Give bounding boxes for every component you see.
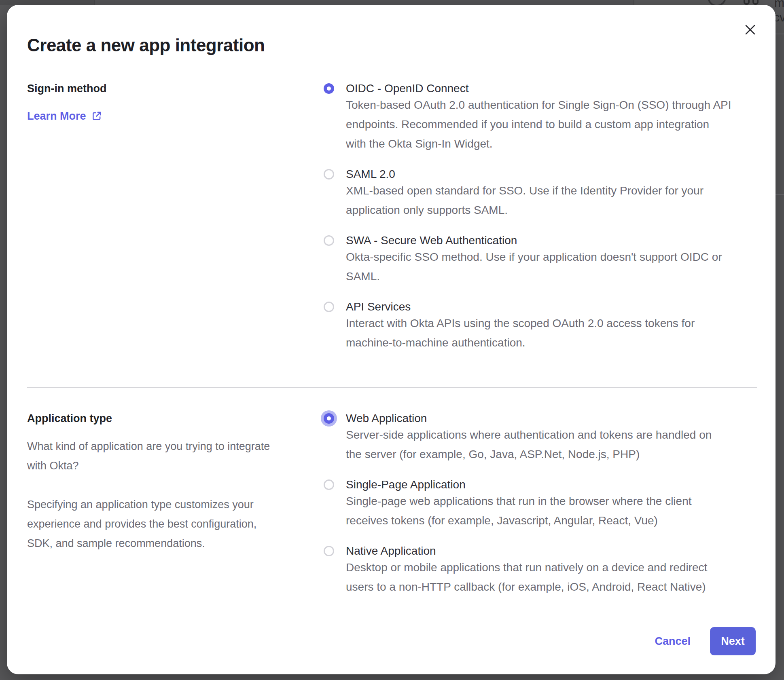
next-button[interactable]: Next: [710, 627, 756, 655]
learn-more-label: Learn More: [27, 109, 86, 123]
learn-more-link[interactable]: Learn More: [27, 109, 102, 123]
dialog-title: Create a new app integration: [27, 35, 265, 56]
cancel-button[interactable]: Cancel: [655, 635, 691, 648]
radio-circle-swa[interactable]: [324, 235, 334, 246]
radio-label: Single-Page Application: [346, 478, 775, 492]
radio-circle-saml[interactable]: [324, 169, 334, 180]
background-topbar-segment: [94, 0, 634, 5]
radio-label: Native Application: [346, 544, 775, 558]
application-type-explanation: Specifying an application type customize…: [27, 495, 326, 553]
radio-label: SWA - Secure Web Authentication: [346, 234, 775, 247]
background-divider: [634, 0, 634, 5]
close-icon: [745, 24, 756, 35]
radio-description: Desktop or mobile applications that run …: [346, 558, 775, 597]
signin-method-heading: Sign-in method: [27, 82, 106, 95]
radio-description: Token-based OAuth 2.0 authentication for…: [346, 95, 775, 154]
background-chart-icon: [752, 0, 759, 5]
signin-options: OIDC - OpenID Connect Token-based OAuth …: [324, 82, 773, 366]
section-divider: [27, 387, 757, 388]
background-topbar-segment: [0, 0, 94, 5]
radio-option-single-page-application[interactable]: Single-Page Application Single-page web …: [324, 478, 773, 530]
radio-description: Single-page web applications that run in…: [346, 492, 775, 530]
radio-label: Web Application: [346, 412, 775, 425]
radio-circle-api-services[interactable]: [324, 302, 334, 312]
radio-circle-web-application[interactable]: [324, 413, 334, 424]
radio-option-native-application[interactable]: Native Application Desktop or mobile app…: [324, 544, 773, 597]
radio-option-oidc[interactable]: OIDC - OpenID Connect Token-based OAuth …: [324, 82, 773, 154]
radio-description: Okta-specific SSO method. Use if your ap…: [346, 247, 775, 286]
radio-description: Interact with Okta APIs using the scoped…: [346, 314, 775, 353]
close-button[interactable]: [740, 19, 760, 40]
application-type-options: Web Application Server-side applications…: [324, 412, 773, 610]
radio-description: XML-based open standard for SSO. Use if …: [346, 181, 775, 220]
radio-circle-native-application[interactable]: [324, 546, 334, 556]
background-divider: [94, 0, 95, 5]
background-chart-icon: [744, 0, 750, 5]
radio-label: API Services: [346, 300, 775, 314]
radio-option-api-services[interactable]: API Services Interact with Okta APIs usi…: [324, 300, 773, 353]
application-type-question: What kind of application are you trying …: [27, 437, 326, 475]
radio-option-saml[interactable]: SAML 2.0 XML-based open standard for SSO…: [324, 167, 773, 220]
background-divider: [776, 34, 784, 34]
radio-circle-oidc[interactable]: [324, 83, 334, 94]
application-type-heading: Application type: [27, 412, 112, 425]
create-app-integration-dialog: Create a new app integration Sign-in met…: [7, 5, 776, 674]
dialog-footer: Cancel Next: [655, 627, 756, 655]
background-divider: [776, 194, 784, 195]
radio-label: SAML 2.0: [346, 167, 775, 181]
radio-option-swa[interactable]: SWA - Secure Web Authentication Okta-spe…: [324, 234, 773, 286]
radio-circle-single-page-application[interactable]: [324, 479, 334, 490]
radio-description: Server-side applications where authentic…: [346, 425, 775, 464]
radio-label: OIDC - OpenID Connect: [346, 82, 775, 95]
radio-option-web-application[interactable]: Web Application Server-side applications…: [324, 412, 773, 464]
external-link-icon: [91, 111, 102, 121]
background-text-fragment: m: [774, 0, 784, 9]
